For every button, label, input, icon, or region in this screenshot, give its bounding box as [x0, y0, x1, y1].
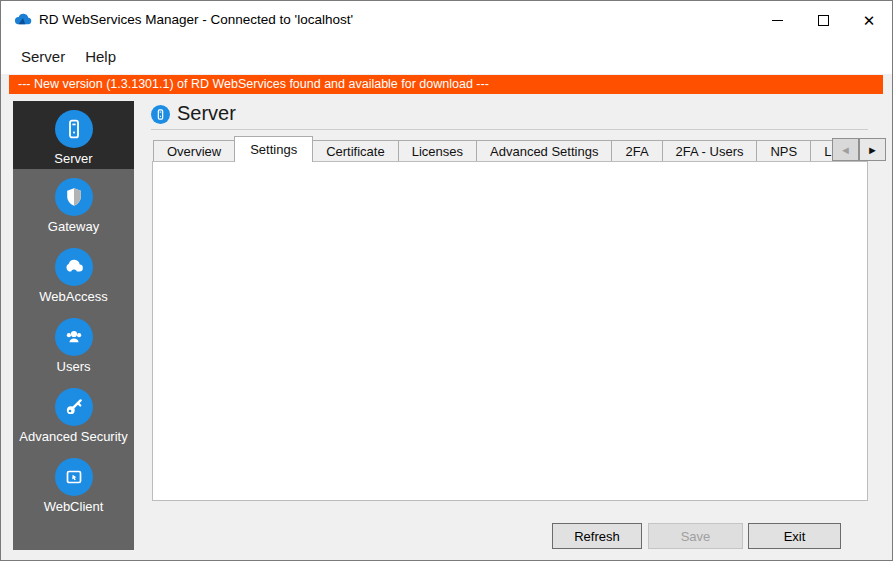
sidebar-item-label: Gateway — [13, 219, 134, 234]
app-cloud-icon — [14, 11, 32, 27]
header-divider — [151, 129, 868, 130]
maximize-icon — [818, 15, 829, 26]
sidebar-item-webclient[interactable]: WebClient — [13, 449, 134, 519]
sidebar-item-label: WebAccess — [13, 289, 134, 304]
title-bar: RD WebServices Manager - Connected to 'l… — [1, 1, 892, 39]
tab-licenses[interactable]: Licenses — [398, 140, 477, 162]
window-cursor-icon — [55, 458, 93, 496]
minimize-button[interactable] — [754, 1, 800, 39]
sidebar-item-server[interactable]: Server — [13, 101, 134, 169]
cloud-icon — [55, 248, 93, 286]
server-icon — [55, 110, 93, 148]
users-icon — [55, 318, 93, 356]
tab-advanced-settings[interactable]: Advanced Settings — [476, 140, 612, 162]
tab-2fa-users[interactable]: 2FA - Users — [662, 140, 758, 162]
key-icon — [55, 388, 93, 426]
chevron-right-icon: ► — [867, 144, 878, 156]
page-server-icon — [151, 105, 170, 124]
sidebar-item-label: Users — [13, 359, 134, 374]
maximize-button[interactable] — [800, 1, 846, 39]
tab-certificate[interactable]: Certificate — [312, 140, 399, 162]
settings-tab-panel — [152, 161, 868, 501]
close-button[interactable]: ✕ — [846, 1, 892, 39]
tab-nps[interactable]: NPS — [756, 140, 811, 162]
app-window: RD WebServices Manager - Connected to 'l… — [0, 0, 893, 561]
tab-overview[interactable]: Overview — [153, 140, 235, 162]
tab-scroll-right-button[interactable]: ► — [859, 138, 886, 161]
save-button[interactable]: Save — [648, 523, 743, 549]
sidebar-item-label: Advanced Security — [13, 429, 134, 444]
menu-help[interactable]: Help — [75, 44, 126, 69]
menu-bar: Server Help — [1, 39, 892, 74]
sidebar-item-gateway[interactable]: Gateway — [13, 169, 134, 239]
window-title: RD WebServices Manager - Connected to 'l… — [39, 12, 353, 27]
refresh-button[interactable]: Refresh — [552, 523, 642, 549]
sidebar-item-webaccess[interactable]: WebAccess — [13, 239, 134, 309]
sidebar-item-label: WebClient — [13, 499, 134, 514]
tab-strip: Overview Settings Certificate Licenses A… — [153, 136, 847, 162]
update-banner[interactable]: --- New version (1.3.1301.1) of RD WebSe… — [9, 75, 883, 94]
shield-icon — [55, 178, 93, 216]
minimize-icon — [772, 20, 783, 21]
chevron-left-icon: ◄ — [840, 144, 851, 156]
sidebar-item-label: Server — [13, 151, 134, 166]
sidebar: Server Gateway WebAccess — [13, 101, 134, 550]
page-title: Server — [177, 102, 236, 125]
tab-settings[interactable]: Settings — [234, 136, 313, 162]
sidebar-item-users[interactable]: Users — [13, 309, 134, 379]
window-controls: ✕ — [754, 1, 892, 39]
close-icon: ✕ — [863, 13, 876, 28]
tab-2fa[interactable]: 2FA — [611, 140, 662, 162]
menu-server[interactable]: Server — [11, 44, 75, 69]
tab-scroll-left-button[interactable]: ◄ — [832, 138, 859, 161]
exit-button[interactable]: Exit — [748, 523, 841, 549]
sidebar-item-advanced-security[interactable]: Advanced Security — [13, 379, 134, 449]
